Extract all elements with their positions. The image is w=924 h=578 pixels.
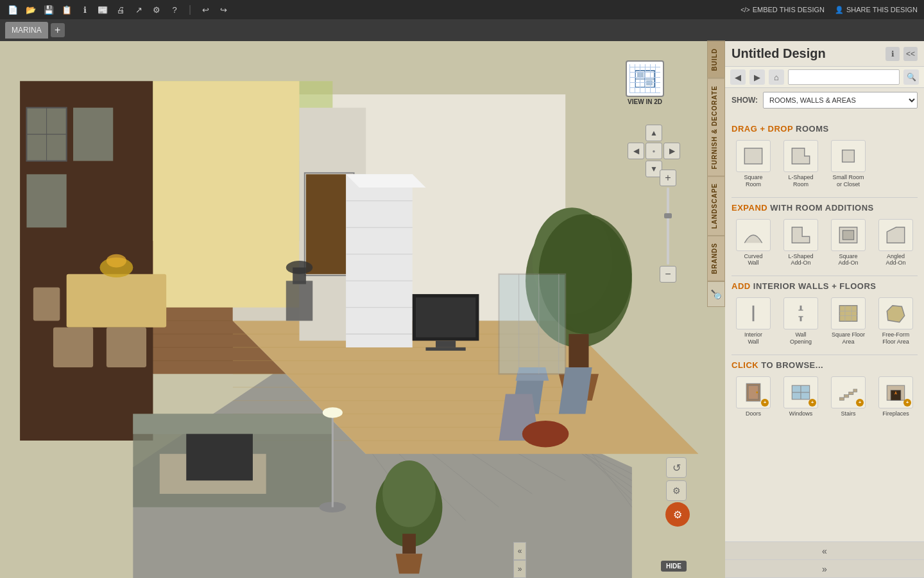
- doors-item[interactable]: + Doors: [732, 374, 775, 420]
- wall-opening-item[interactable]: WallOpening: [779, 295, 823, 348]
- side-tab-furnish[interactable]: FURNISH & DECORATE: [707, 78, 725, 177]
- side-tab-landscape[interactable]: LANDSCAPE: [707, 176, 725, 236]
- zoom-track[interactable]: [667, 188, 669, 265]
- room-illustration: [0, 41, 725, 578]
- redo-button[interactable]: ↪: [217, 3, 230, 16]
- active-settings-icon[interactable]: ⚙: [665, 502, 690, 527]
- panel-collapse-down-button[interactable]: »: [725, 560, 924, 578]
- interior-wall-label: InteriorWall: [744, 331, 762, 346]
- l-shaped-room-item[interactable]: L-ShapedRoom: [779, 137, 823, 191]
- section-header-browse: CLICK TO BROWSE...: [732, 360, 918, 370]
- panel-back-button[interactable]: ◀: [730, 69, 746, 85]
- show-dropdown[interactable]: ROOMS, WALLS & AREAS ALL ITEMS FURNITURE…: [763, 92, 918, 109]
- small-room-item[interactable]: Small Roomor Closet: [826, 137, 870, 191]
- divider-2: [732, 276, 918, 276]
- export-icon[interactable]: ↗: [132, 3, 145, 16]
- svg-point-94: [286, 261, 312, 274]
- show-label: SHOW:: [732, 96, 758, 105]
- curved-wall-item[interactable]: CurvedWall: [732, 216, 775, 270]
- wall-opening-label: WallOpening: [790, 331, 812, 346]
- share-button[interactable]: 👤 SHARE THIS DESIGN: [835, 6, 918, 14]
- panel-header: Untitled Design ℹ <<: [725, 41, 924, 67]
- square-addon-item[interactable]: SquareAdd-On: [826, 216, 870, 270]
- panel-search-button[interactable]: 🔍: [903, 69, 919, 85]
- settings-button[interactable]: ⚙: [666, 480, 687, 501]
- square-room-item[interactable]: SquareRoom: [732, 137, 775, 191]
- stairs-item[interactable]: + Stairs: [826, 374, 870, 420]
- square-floor-label: Square FloorArea: [832, 331, 865, 346]
- settings-icon[interactable]: ⚙: [150, 3, 163, 16]
- svg-rect-125: [844, 394, 849, 397]
- svg-rect-60: [425, 347, 465, 351]
- panel-info-button[interactable]: ℹ: [886, 47, 900, 61]
- add-tab-button[interactable]: +: [51, 23, 65, 37]
- panel-footer: « »: [725, 541, 924, 578]
- l-shaped-addon-item[interactable]: L-ShapedAdd-On: [779, 216, 823, 270]
- info-icon[interactable]: ℹ: [78, 3, 91, 16]
- angled-addon-item[interactable]: AngledAdd-On: [874, 216, 918, 270]
- zoom-in-button[interactable]: +: [660, 170, 676, 186]
- interior-walls-grid: InteriorWall WallOpening: [732, 295, 918, 348]
- svg-marker-101: [792, 148, 809, 164]
- nav-center-button[interactable]: ●: [646, 143, 662, 159]
- collapse-down-button[interactable]: »: [513, 560, 526, 578]
- section-highlight-drag: DRAG + DROP: [732, 124, 793, 134]
- panel-collapse-up-button[interactable]: «: [725, 542, 924, 560]
- side-tab-build[interactable]: BUILD: [707, 41, 725, 78]
- square-floor-icon: [831, 297, 866, 329]
- section-highlight-browse: CLICK: [732, 360, 758, 370]
- print-icon[interactable]: 🖨: [114, 3, 127, 16]
- tab-marina[interactable]: MARINA: [5, 22, 48, 39]
- l-shaped-room-icon: [783, 140, 818, 172]
- panel-search-input[interactable]: [788, 69, 900, 85]
- svg-rect-39: [26, 174, 66, 227]
- embed-label: EMBED THIS DESIGN: [753, 6, 825, 13]
- l-shaped-addon-label: L-ShapedAdd-On: [788, 253, 813, 267]
- help-icon[interactable]: ?: [168, 3, 181, 16]
- svg-point-63: [107, 254, 126, 268]
- svg-point-85: [382, 460, 436, 527]
- section-normal-interior: INTERIOR WALLS + FLOORS: [753, 281, 877, 291]
- wall-opening-icon: [783, 297, 818, 329]
- fireplaces-item[interactable]: + Fireplaces: [874, 374, 918, 420]
- view-in-2d-button[interactable]: VIEW IN 2D: [622, 60, 667, 105]
- svg-rect-61: [67, 274, 167, 328]
- panel-collapse-button[interactable]: <<: [903, 47, 918, 61]
- nav-up-button[interactable]: ▲: [646, 125, 662, 141]
- new-icon[interactable]: 📄: [6, 3, 19, 16]
- save-icon[interactable]: 💾: [42, 3, 55, 16]
- nav-right-button[interactable]: ▶: [663, 143, 680, 159]
- svg-rect-98: [637, 73, 644, 78]
- zoom-handle[interactable]: [664, 213, 672, 218]
- square-room-icon: [736, 140, 771, 172]
- panel-home-button[interactable]: ⌂: [769, 69, 784, 85]
- share-icon: 👤: [835, 6, 844, 14]
- nav-left-button[interactable]: ◀: [628, 143, 644, 159]
- side-tab-brands[interactable]: BRANDS: [707, 236, 725, 281]
- l-shaped-room-label: L-ShapedRoom: [788, 174, 813, 188]
- windows-item[interactable]: + Windows: [779, 374, 823, 420]
- rotate-button[interactable]: ↺: [666, 457, 687, 478]
- canvas-area[interactable]: VIEW IN 2D ▲ ◀ ● ▶ ▼ + − ↺: [0, 41, 725, 578]
- interior-wall-item[interactable]: InteriorWall: [732, 295, 775, 348]
- properties-icon[interactable]: 📰: [96, 3, 109, 16]
- share-label: SHARE THIS DESIGN: [846, 6, 918, 13]
- saveas-icon[interactable]: 📋: [60, 3, 73, 16]
- curved-wall-label: CurvedWall: [744, 253, 762, 267]
- freeform-floor-item[interactable]: Free-FormFloor Area: [874, 295, 918, 348]
- svg-rect-127: [853, 389, 857, 392]
- svg-point-73: [323, 407, 343, 418]
- embed-button[interactable]: </> EMBED THIS DESIGN: [740, 6, 825, 13]
- zoom-out-button[interactable]: −: [660, 266, 676, 283]
- square-floor-item[interactable]: Square FloorArea: [826, 295, 870, 348]
- undo-button[interactable]: ↩: [199, 3, 212, 16]
- collapse-buttons: « »: [513, 542, 526, 578]
- side-tab-search[interactable]: 🔍: [707, 281, 725, 307]
- collapse-up-button[interactable]: «: [513, 542, 526, 560]
- svg-rect-59: [436, 341, 456, 347]
- svg-rect-105: [843, 230, 853, 239]
- doors-icon: +: [736, 376, 771, 408]
- panel-forward-button[interactable]: ▶: [749, 69, 765, 85]
- hide-button[interactable]: HIDE: [661, 561, 687, 572]
- open-icon[interactable]: 📂: [24, 3, 37, 16]
